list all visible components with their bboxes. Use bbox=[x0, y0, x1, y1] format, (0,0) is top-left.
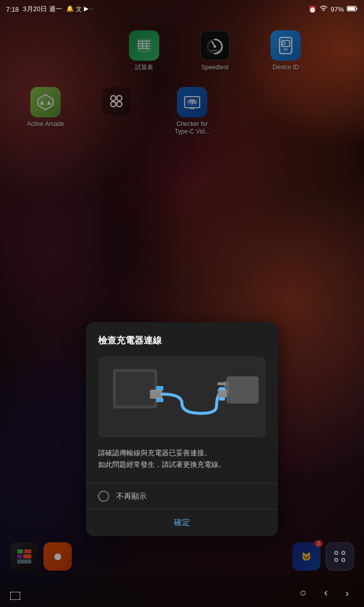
nav-recent-apps[interactable] bbox=[10, 592, 20, 602]
nav-bar: ○ ‹ › bbox=[0, 579, 364, 607]
svg-rect-53 bbox=[218, 389, 227, 398]
svg-rect-54 bbox=[219, 387, 225, 390]
battery-icon bbox=[347, 6, 358, 13]
wifi-icon bbox=[320, 6, 328, 13]
dont-show-label: 不再顯示 bbox=[116, 492, 147, 501]
battery-percentage: 97% bbox=[331, 6, 344, 13]
dialog-illustration bbox=[98, 357, 266, 438]
svg-rect-1 bbox=[348, 7, 355, 10]
nav-back-button[interactable]: ‹ bbox=[324, 586, 328, 599]
nav-forward-button[interactable]: › bbox=[345, 587, 349, 599]
dialog-checkbox-row[interactable]: 不再顯示 bbox=[86, 483, 278, 509]
status-icons: 🔔 文 ▶ · bbox=[66, 5, 92, 14]
dialog-confirm-button[interactable]: 確定 bbox=[86, 509, 278, 536]
status-left: 7:18 3月20日 週一 🔔 文 ▶ · bbox=[6, 5, 92, 14]
media-icon: ▶ bbox=[84, 5, 88, 14]
lang-icon: 文 bbox=[76, 5, 82, 14]
status-right: ⏰ 97% bbox=[308, 6, 358, 13]
dialog-footer: 確定 bbox=[86, 509, 278, 536]
svg-rect-55 bbox=[219, 398, 225, 401]
dialog-title: 檢查充電器連線 bbox=[98, 334, 266, 346]
dialog-description-text: 請確認傳輸線與充電器已妥善連接。 如此問題經常發生，請試著更換充電線。 bbox=[98, 449, 225, 468]
svg-rect-43 bbox=[150, 389, 162, 399]
dialog-inner: 檢查充電器連線 bbox=[86, 322, 278, 471]
status-time: 7:18 bbox=[6, 6, 19, 13]
status-bar: 7:18 3月20日 週一 🔔 文 ▶ · ⏰ 97% bbox=[0, 0, 364, 18]
alarm-icon: 🔔 bbox=[66, 5, 74, 14]
dialog-description: 請確認傳輸線與充電器已妥善連接。 如此問題經常發生，請試著更換充電線。 bbox=[98, 448, 266, 471]
svg-rect-42 bbox=[116, 372, 154, 405]
svg-rect-46 bbox=[157, 387, 162, 389]
svg-rect-48 bbox=[226, 376, 258, 404]
dont-show-checkbox[interactable] bbox=[98, 491, 109, 502]
nav-home-button[interactable]: ○ bbox=[300, 586, 306, 599]
svg-rect-56 bbox=[10, 592, 20, 600]
status-date: 3月20日 週一 bbox=[23, 5, 62, 14]
dot-icon: · bbox=[90, 5, 92, 14]
svg-rect-47 bbox=[157, 399, 162, 401]
svg-rect-51 bbox=[217, 382, 225, 385]
dialog: 檢查充電器連線 bbox=[86, 322, 278, 536]
alarm-status-icon: ⏰ bbox=[308, 6, 316, 13]
